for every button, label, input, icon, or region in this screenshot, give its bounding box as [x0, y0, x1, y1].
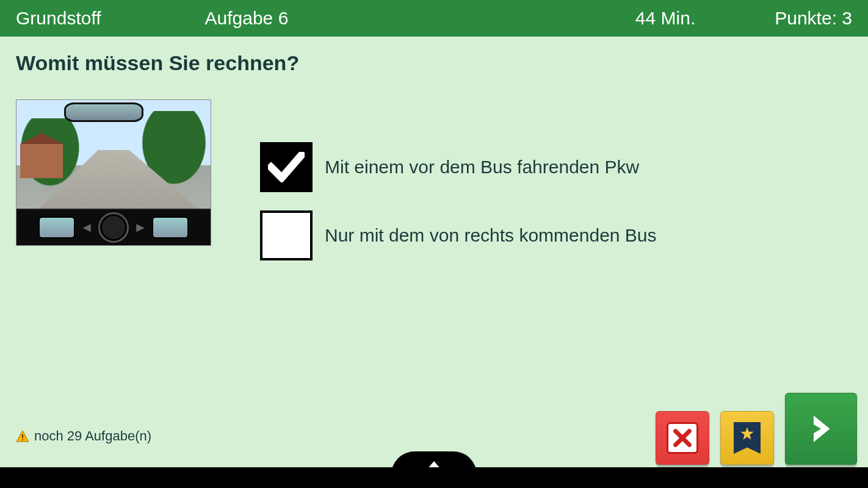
footer-bar — [0, 467, 868, 488]
answer-checkbox-2[interactable] — [260, 210, 313, 260]
answer-checkbox-1[interactable] — [260, 142, 313, 192]
svg-rect-0 — [22, 434, 23, 438]
answer-text-1: Mit einem vor dem Bus fahrenden Pkw — [325, 157, 639, 178]
remaining-tasks-text: noch 29 Aufgabe(n) — [34, 428, 151, 444]
question-image[interactable]: ◄ ► — [16, 99, 211, 246]
remaining-tasks-label: noch 29 Aufgabe(n) — [16, 428, 151, 444]
answer-list: Mit einem vor dem Bus fahrenden Pkw Nur … — [260, 142, 657, 279]
points-label: Punkte: 3 — [775, 8, 852, 29]
next-button[interactable] — [785, 393, 857, 465]
category-label: Grundstoff — [16, 8, 101, 29]
answer-option: Mit einem vor dem Bus fahrenden Pkw — [260, 142, 657, 192]
close-icon — [667, 422, 698, 454]
checkmark-icon — [268, 152, 305, 182]
time-remaining-label: 44 Min. — [635, 8, 695, 29]
bookmark-button[interactable] — [720, 411, 774, 465]
question-area: Womit müssen Sie rechnen? ◄ ► — [0, 37, 868, 467]
chevron-right-icon — [803, 411, 839, 447]
task-number-label: Aufgabe 6 — [205, 8, 289, 29]
header-bar: Grundstoff Aufgabe 6 44 Min. Punkte: 3 — [0, 0, 868, 37]
answer-option: Nur mit dem von rechts kommenden Bus — [260, 210, 657, 260]
warning-icon — [16, 430, 29, 442]
question-text: Womit müssen Sie rechnen? — [16, 51, 852, 75]
answer-text-2: Nur mit dem von rechts kommenden Bus — [325, 225, 657, 246]
svg-rect-1 — [22, 439, 23, 440]
bookmark-star-icon — [734, 422, 761, 454]
action-buttons — [656, 393, 857, 465]
cancel-button[interactable] — [656, 411, 709, 465]
